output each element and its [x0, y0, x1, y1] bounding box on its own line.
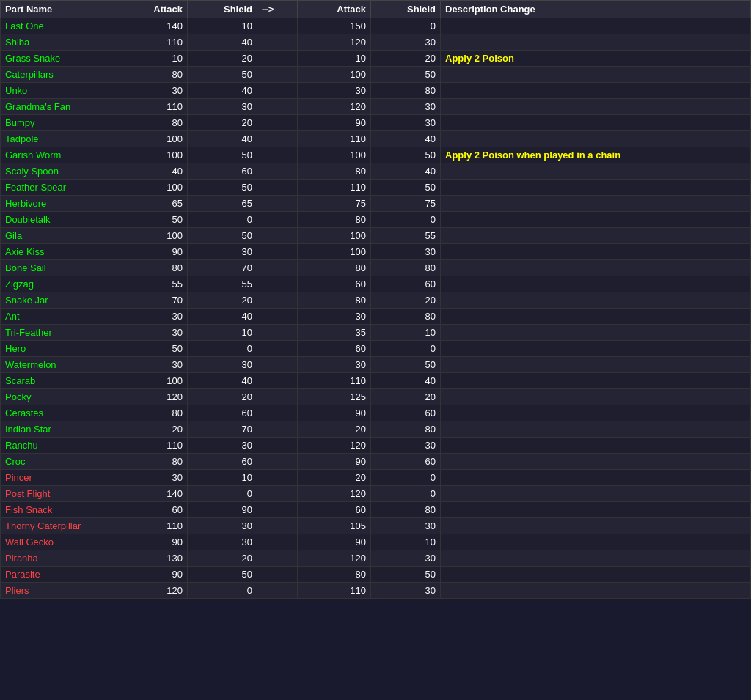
- table-row: Post Flight14001200: [1, 486, 751, 502]
- cell-attack1: 120: [114, 583, 188, 599]
- cell-attack2: 90: [298, 405, 371, 421]
- table-body: Last One140101500Shiba1104012030Grass Sn…: [1, 18, 751, 599]
- cell-arrow: [257, 567, 298, 583]
- cell-part-name: Cerastes: [1, 405, 114, 421]
- header-part-name: Part Name: [1, 1, 114, 18]
- stats-table: Part Name Attack Shield --> Attack Shiel…: [0, 0, 751, 599]
- cell-attack1: 60: [114, 502, 188, 518]
- cell-part-name: Croc: [1, 454, 114, 470]
- cell-shield1: 30: [188, 518, 257, 534]
- cell-arrow: [257, 405, 298, 421]
- cell-part-name: Ant: [1, 309, 114, 325]
- cell-attack2: 105: [298, 518, 371, 534]
- table-row: Axie Kiss903010030: [1, 244, 751, 260]
- cell-arrow: [257, 276, 298, 292]
- cell-shield2: 30: [371, 115, 441, 131]
- cell-shield2: 50: [371, 567, 441, 583]
- cell-arrow: [257, 51, 298, 67]
- cell-desc: [441, 244, 751, 260]
- cell-part-name: Grass Snake: [1, 51, 114, 67]
- cell-attack1: 90: [114, 244, 188, 260]
- cell-shield2: 0: [371, 341, 441, 357]
- cell-attack1: 30: [114, 325, 188, 341]
- cell-arrow: [257, 292, 298, 309]
- cell-part-name: Indian Star: [1, 421, 114, 438]
- cell-attack1: 50: [114, 212, 188, 228]
- cell-shield1: 0: [188, 341, 257, 357]
- cell-attack2: 120: [298, 34, 371, 51]
- cell-arrow: [257, 325, 298, 341]
- cell-attack1: 120: [114, 389, 188, 405]
- cell-attack1: 80: [114, 115, 188, 131]
- cell-shield2: 50: [371, 147, 441, 163]
- cell-desc: [441, 309, 751, 325]
- cell-shield2: 50: [371, 180, 441, 196]
- cell-attack1: 80: [114, 405, 188, 421]
- cell-attack2: 100: [298, 147, 371, 163]
- cell-arrow: [257, 147, 298, 163]
- cell-arrow: [257, 260, 298, 276]
- cell-shield1: 70: [188, 421, 257, 438]
- cell-shield2: 30: [371, 438, 441, 454]
- cell-desc: [441, 325, 751, 341]
- cell-arrow: [257, 34, 298, 51]
- cell-shield1: 0: [188, 486, 257, 502]
- cell-attack2: 35: [298, 325, 371, 341]
- cell-shield1: 20: [188, 550, 257, 567]
- cell-part-name: Grandma's Fan: [1, 99, 114, 115]
- cell-attack2: 80: [298, 292, 371, 309]
- cell-arrow: [257, 67, 298, 83]
- cell-desc: [441, 550, 751, 567]
- table-row: Unko30403080: [1, 83, 751, 99]
- header-row: Part Name Attack Shield --> Attack Shiel…: [1, 1, 751, 18]
- cell-part-name: Watermelon: [1, 357, 114, 373]
- table-row: Cerastes80609060: [1, 405, 751, 421]
- cell-attack2: 30: [298, 309, 371, 325]
- cell-arrow: [257, 438, 298, 454]
- cell-attack1: 100: [114, 147, 188, 163]
- cell-shield1: 60: [188, 405, 257, 421]
- cell-shield1: 0: [188, 212, 257, 228]
- cell-shield2: 80: [371, 83, 441, 99]
- cell-attack1: 80: [114, 260, 188, 276]
- cell-part-name: Gila: [1, 228, 114, 244]
- table-row: Pincer3010200: [1, 470, 751, 486]
- cell-desc: [441, 454, 751, 470]
- cell-attack1: 70: [114, 292, 188, 309]
- cell-shield1: 30: [188, 244, 257, 260]
- cell-desc: [441, 34, 751, 51]
- cell-attack1: 10: [114, 51, 188, 67]
- table-row: Snake Jar70208020: [1, 292, 751, 309]
- cell-attack1: 50: [114, 341, 188, 357]
- cell-shield2: 0: [371, 486, 441, 502]
- cell-attack2: 100: [298, 244, 371, 260]
- cell-desc: [441, 389, 751, 405]
- table-row: Gila1005010055: [1, 228, 751, 244]
- cell-attack1: 40: [114, 163, 188, 180]
- header-desc-change: Description Change: [441, 1, 751, 18]
- cell-arrow: [257, 502, 298, 518]
- cell-part-name: Post Flight: [1, 486, 114, 502]
- cell-desc: Apply 2 Poison: [441, 51, 751, 67]
- cell-attack2: 100: [298, 228, 371, 244]
- cell-attack2: 80: [298, 567, 371, 583]
- cell-attack2: 20: [298, 421, 371, 438]
- cell-arrow: [257, 309, 298, 325]
- cell-shield2: 20: [371, 389, 441, 405]
- cell-arrow: [257, 341, 298, 357]
- cell-arrow: [257, 228, 298, 244]
- cell-shield2: 20: [371, 292, 441, 309]
- cell-shield1: 20: [188, 389, 257, 405]
- table-row: Indian Star20702080: [1, 421, 751, 438]
- cell-part-name: Last One: [1, 18, 114, 34]
- table-row: Scaly Spoon40608040: [1, 163, 751, 180]
- cell-shield2: 60: [371, 276, 441, 292]
- cell-shield1: 50: [188, 567, 257, 583]
- cell-part-name: Zigzag: [1, 276, 114, 292]
- cell-attack2: 100: [298, 67, 371, 83]
- cell-shield1: 20: [188, 115, 257, 131]
- cell-shield2: 10: [371, 534, 441, 550]
- table-row: Hero500600: [1, 341, 751, 357]
- table-row: Bone Sail80708080: [1, 260, 751, 276]
- table-row: Watermelon30303050: [1, 357, 751, 373]
